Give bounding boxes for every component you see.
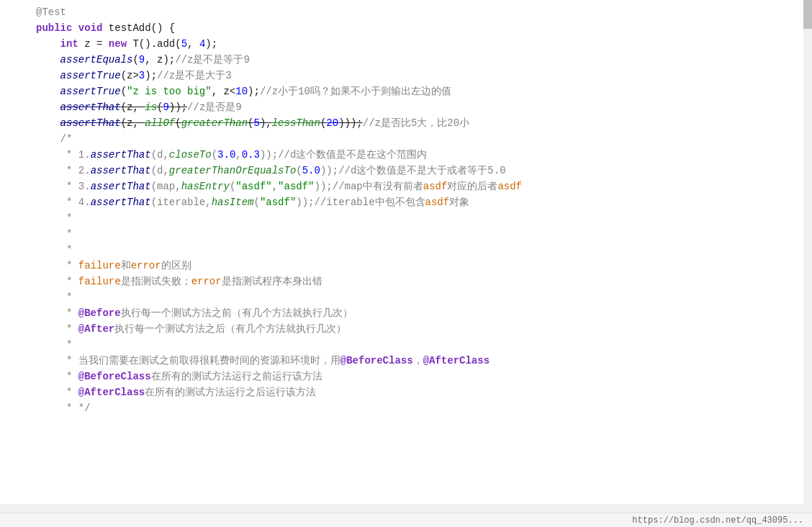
kw-void: void bbox=[78, 20, 103, 36]
kw-int: int bbox=[60, 36, 78, 52]
line-24: * @BeforeClass 在所有的测试方法运行之前运行该方法 bbox=[36, 369, 798, 384]
line-3: int z = new T().add( 5 , 4 ); bbox=[36, 36, 798, 52]
vertical-scrollbar[interactable] bbox=[803, 0, 812, 513]
assert-equals: assertEquals bbox=[60, 52, 133, 68]
assert-true-1: assertTrue bbox=[60, 68, 121, 84]
line-15: * bbox=[36, 226, 798, 242]
code-content: @Test public void testAdd() { int z = ne… bbox=[0, 3, 812, 418]
assert-that-1: assertThat bbox=[60, 99, 121, 115]
kw-new: new bbox=[109, 36, 127, 52]
line-7: assertThat (z, is ( 9 )); //z是否是9 bbox=[36, 99, 798, 115]
horizontal-scrollbar[interactable] bbox=[0, 504, 803, 513]
line-5: assertTrue (z> 3 ); //z是不是大于3 bbox=[36, 68, 798, 84]
line-6: assertTrue ( "z is too big" , z< 10 ); /… bbox=[36, 84, 798, 99]
editor-container: @Test public void testAdd() { int z = ne… bbox=[0, 0, 812, 527]
line-2: public void testAdd() { bbox=[36, 20, 798, 36]
line-13: * 4. assertThat (iterable, hasItem ( "as… bbox=[36, 194, 798, 210]
line-21: * @After 执行每一个测试方法之后（有几个方法就执行几次） bbox=[36, 321, 798, 337]
annotation-test: @Test bbox=[36, 4, 66, 20]
line-14: * bbox=[36, 210, 798, 226]
assert-true-2: assertTrue bbox=[60, 84, 121, 99]
code-area[interactable]: @Test public void testAdd() { int z = ne… bbox=[0, 0, 812, 513]
line-19: * bbox=[36, 289, 798, 305]
assert-that-2: assertThat bbox=[60, 115, 121, 131]
line-8: assertThat (z, allOf ( greaterThan ( 5 )… bbox=[36, 115, 798, 131]
line-20: * @Before 执行每一个测试方法之前（有几个方法就执行几次） bbox=[36, 305, 798, 321]
line-18: * failure 是指测试失败； error 是指测试程序本身出错 bbox=[36, 274, 798, 289]
url-text: https://blog.csdn.net/qq_43095... bbox=[632, 515, 803, 526]
line-1: @Test bbox=[36, 4, 798, 20]
line-4: assertEquals ( 9 , z); //z是不是等于9 bbox=[36, 52, 798, 68]
line-9: /* bbox=[36, 131, 798, 147]
line-16: * bbox=[36, 242, 798, 258]
line-11: * 2. assertThat (d, greaterThanOrEqualsT… bbox=[36, 163, 798, 179]
status-bar: https://blog.csdn.net/qq_43095... bbox=[0, 513, 812, 527]
line-10: * 1. assertThat (d, closeTo ( 3.0 , 0.3 … bbox=[36, 147, 798, 163]
kw-public: public bbox=[36, 20, 72, 36]
line-22: * bbox=[36, 337, 798, 353]
scrollbar-thumb[interactable] bbox=[803, 0, 812, 29]
line-25: * @AfterClass 在所有的测试方法运行之后运行该方法 bbox=[36, 384, 798, 400]
line-17: * failure 和 error 的区别 bbox=[36, 258, 798, 274]
line-23: * 当我们需要在测试之前取得很耗费时间的资源和环境时，用 @BeforeClas… bbox=[36, 353, 798, 369]
line-26: * */ bbox=[36, 400, 798, 416]
line-12: * 3. assertThat (map, hasEntry ( "asdf" … bbox=[36, 179, 798, 194]
